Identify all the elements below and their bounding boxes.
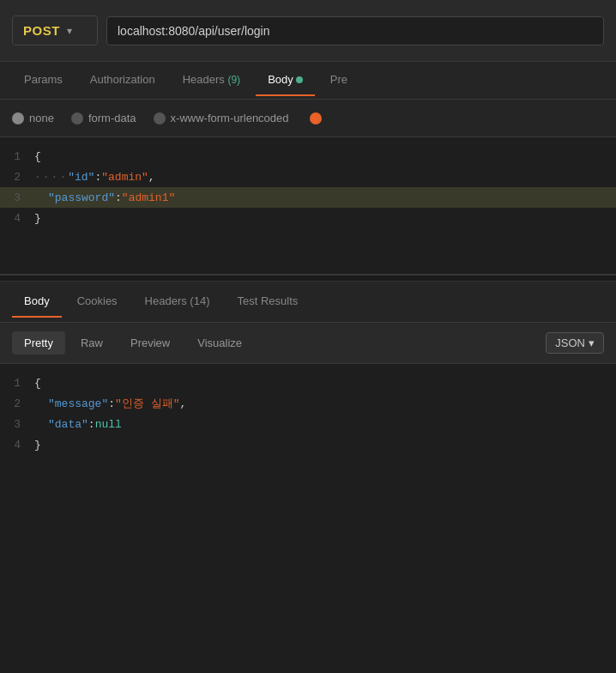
response-tab-cookies[interactable]: Cookies [65, 286, 130, 318]
url-bar: POST ▾ [0, 0, 616, 62]
response-code-editor[interactable]: 1 { 2 "message" : "인증 실패" , 3 "data" : n… [0, 364, 616, 464]
method-label: POST [23, 23, 60, 38]
format-tab-preview[interactable]: Preview [118, 331, 182, 355]
radio-none-dot [12, 112, 24, 124]
format-tab-visualize[interactable]: Visualize [185, 331, 254, 355]
radio-form-data-dot [71, 112, 83, 124]
request-code-editor[interactable]: 1 { 2 ···· "id" : "admin" , 3 "password"… [0, 137, 616, 275]
method-select[interactable]: POST ▾ [12, 15, 98, 45]
resp-code-line-3: 3 "data" : null [0, 414, 616, 434]
section-divider [0, 275, 616, 282]
resp-code-line-4: 4 } [0, 434, 616, 455]
chevron-down-icon: ▾ [67, 25, 72, 37]
code-line-2: 2 ···· "id" : "admin" , [0, 167, 616, 187]
response-tab-headers[interactable]: Headers (14) [133, 286, 222, 318]
code-line-1: 1 { [0, 146, 616, 167]
tab-params[interactable]: Params [12, 64, 75, 96]
response-tabs: Body Cookies Headers (14) Test Results [0, 282, 616, 323]
code-line-3: 3 "password" : "admin1" [0, 187, 616, 208]
tab-pre[interactable]: Pre [318, 64, 359, 96]
body-active-dot [296, 76, 303, 83]
format-tab-raw[interactable]: Raw [69, 331, 115, 355]
format-tabs-row: Pretty Raw Preview Visualize JSON ▾ [0, 323, 616, 364]
radio-none[interactable]: none [12, 112, 54, 124]
resp-code-line-1: 1 { [0, 373, 616, 393]
radio-form-data[interactable]: form-data [71, 112, 136, 124]
resp-code-line-2: 2 "message" : "인증 실패" , [0, 393, 616, 414]
radio-x-www[interactable]: x-www-form-urlencoded [154, 112, 289, 124]
radio-x-www-dot [154, 112, 166, 124]
request-tabs: Params Authorization Headers (9) Body Pr… [0, 62, 616, 100]
radio-raw-dot [310, 112, 322, 124]
format-tab-pretty[interactable]: Pretty [12, 331, 65, 355]
tab-authorization[interactable]: Authorization [78, 64, 167, 96]
response-tab-body[interactable]: Body [12, 286, 62, 318]
format-select[interactable]: JSON ▾ [546, 332, 604, 354]
tab-body[interactable]: Body [256, 64, 315, 96]
response-tab-test-results[interactable]: Test Results [225, 286, 310, 318]
code-line-4: 4 } [0, 208, 616, 228]
url-input[interactable] [106, 16, 604, 45]
body-type-row: none form-data x-www-form-urlencoded [0, 100, 616, 137]
tab-headers[interactable]: Headers (9) [171, 64, 252, 96]
